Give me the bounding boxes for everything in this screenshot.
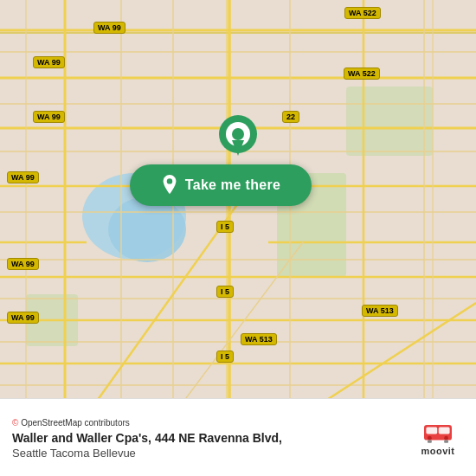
road-badge-wa513-2: WA 513 (241, 333, 277, 345)
road-badge-wa522-1: WA 522 (344, 7, 381, 19)
svg-rect-43 (426, 427, 437, 434)
svg-point-45 (428, 436, 432, 441)
osm-attribution: © OpenStreetMap contributors (12, 418, 464, 428)
svg-rect-47 (428, 441, 432, 443)
svg-point-39 (232, 128, 244, 140)
road-badge-22: 22 (282, 111, 299, 123)
road-badge-wa513-1: WA 513 (362, 305, 398, 317)
svg-point-41 (167, 178, 172, 183)
take-me-there-button[interactable]: Take me there (130, 164, 312, 206)
road-badge-wa99-1: WA 99 (93, 22, 125, 34)
moovit-brand-label: moovit (421, 446, 454, 456)
pin-icon (161, 175, 178, 196)
road-badge-i5-1: I 5 (216, 221, 234, 233)
svg-rect-44 (439, 427, 450, 434)
road-badge-i5-2: I 5 (216, 286, 234, 298)
osm-attribution-text: © OpenStreetMap contributors (12, 418, 130, 428)
take-me-there-label: Take me there (185, 177, 280, 193)
bottom-info-bar: © OpenStreetMap contributors Waller and … (0, 398, 476, 476)
road-badge-wa522-2: WA 522 (344, 68, 380, 80)
location-subtitle: Seattle Tacoma Bellevue (12, 447, 464, 460)
moovit-logo: moovit (410, 417, 466, 460)
location-title: Waller and Waller Cpa's, 444 NE Ravenna … (12, 431, 464, 445)
moovit-brand-icon (421, 421, 455, 446)
svg-point-2 (108, 196, 186, 262)
svg-rect-4 (346, 87, 433, 156)
road-badge-wa99-2: WA 99 (33, 56, 65, 68)
road-badge-i5-3: I 5 (216, 351, 234, 363)
svg-point-46 (444, 436, 448, 441)
svg-rect-0 (0, 0, 476, 415)
map-view: WA 99 WA 522 WA 99 WA 522 WA 99 22 WA 99… (0, 0, 476, 415)
road-badge-wa99-4: WA 99 (7, 171, 39, 183)
svg-rect-48 (444, 441, 448, 443)
road-badge-wa99-3: WA 99 (33, 111, 65, 123)
road-badge-wa99-6: WA 99 (7, 312, 39, 324)
road-badge-wa99-5: WA 99 (7, 258, 39, 270)
